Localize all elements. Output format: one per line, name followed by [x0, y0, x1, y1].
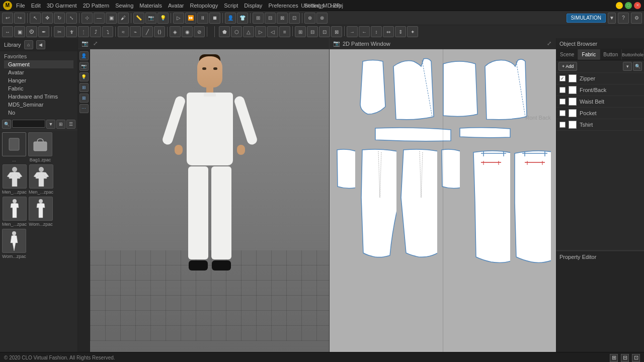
3d-canvas[interactable] [90, 49, 329, 341]
tool2-extra3[interactable]: ⊘ [194, 26, 205, 37]
thumb-wom2[interactable]: Wom...zpac [2, 229, 26, 259]
sidebar-item-hardware[interactable]: Hardware and Trims [4, 93, 73, 101]
tool2-weld[interactable]: ⟨⟩ [154, 26, 165, 37]
tool-light[interactable]: 💡 [157, 13, 169, 24]
ob-item-zipper[interactable]: Zipper [556, 73, 644, 84]
close-button[interactable]: ✕ [634, 2, 641, 9]
tool2-smooth[interactable]: ⌁ [130, 26, 141, 37]
tool2-p12[interactable]: ← [359, 26, 370, 37]
pattern-piece-trouser-front-r[interactable] [398, 147, 437, 258]
tool-garment[interactable]: 👕 [237, 13, 248, 24]
simulation-button[interactable]: SIMULATION [567, 14, 606, 23]
statusbar-btn3[interactable]: ⊡ [632, 354, 640, 362]
tool2-p6[interactable]: ≡ [279, 26, 290, 37]
sidebar-filter[interactable]: ▼ [46, 120, 55, 129]
tool2-pull[interactable]: ⤵ [102, 26, 113, 37]
tool-avatar[interactable]: 👤 [225, 13, 236, 24]
tool2-p1[interactable]: ⬟ [219, 26, 230, 37]
tool2-lasso[interactable]: ⭗ [26, 26, 37, 37]
tool2-p9[interactable]: ⊡ [319, 26, 330, 37]
tool2-p13[interactable]: ↕ [371, 26, 382, 37]
tool2-pen[interactable]: ✒ [38, 26, 49, 37]
minimize-button[interactable]: ─ [616, 2, 623, 9]
tool-help2[interactable]: ⚙ [631, 13, 642, 24]
3d-tool-points[interactable]: ⋯ [79, 104, 89, 113]
pattern-canvas[interactable]: Ront Back [330, 49, 556, 352]
tool-paint[interactable]: 🖌 [118, 13, 129, 24]
tool2-p7[interactable]: ⊞ [295, 26, 306, 37]
sidebar-search[interactable]: 🔍 [2, 120, 11, 129]
pattern-piece-2[interactable] [391, 56, 436, 122]
tool-select-face[interactable]: ▣ [106, 13, 117, 24]
menu-2dpattern[interactable]: 2D Pattern [83, 3, 110, 9]
pattern-piece-collar-left[interactable] [373, 126, 453, 143]
tool2-crease[interactable]: ╱ [142, 26, 153, 37]
tool-select-3d[interactable]: ↖ [30, 13, 41, 24]
pattern-piece-trouser-front-l[interactable] [357, 147, 396, 258]
sidebar-item-fabric[interactable]: Fabric [4, 84, 73, 93]
ob-color-frontback[interactable] [569, 86, 577, 94]
statusbar-btn1[interactable]: ⊞ [610, 354, 618, 362]
tool2-p2[interactable]: ⬡ [231, 26, 242, 37]
tool2-p10[interactable]: ⊠ [331, 26, 342, 37]
tool2-push[interactable]: ⤴ [90, 26, 101, 37]
pattern-piece-1[interactable] [358, 56, 388, 117]
tool2-p16[interactable]: ✦ [407, 26, 418, 37]
tool2-cut[interactable]: ✂ [54, 26, 65, 37]
tool-extra2[interactable]: ⊗ [316, 13, 328, 24]
tool-grid3[interactable]: ⊠ [277, 13, 288, 24]
tool2-select[interactable]: ▣ [14, 26, 25, 37]
3d-tool-avatar-pose[interactable]: 👤 [79, 51, 89, 60]
thumb-blank[interactable]: ... [2, 132, 26, 162]
menu-sewing[interactable]: Sewing [115, 3, 133, 9]
sidebar-collapse[interactable]: ◀ [36, 40, 45, 49]
ob-tab-scene[interactable]: Scene [556, 49, 578, 60]
menu-3dgarment[interactable]: 3D Garment [47, 3, 77, 9]
sidebar-home[interactable]: ⌂ [24, 40, 33, 49]
sidebar-item-garment[interactable]: Garment [4, 60, 73, 68]
tool2-p4[interactable]: ▷ [255, 26, 266, 37]
tool2-move[interactable]: ↔ [2, 26, 13, 37]
tool-rotate-3d[interactable]: ↻ [54, 13, 65, 24]
3d-expand-icon[interactable]: ⤢ [91, 40, 99, 48]
ob-filter[interactable]: ▾ [623, 62, 632, 71]
3d-tool-bg[interactable]: ⊞ [79, 83, 89, 92]
tool2-p5[interactable]: ◁ [267, 26, 278, 37]
ob-checkbox-zipper[interactable] [559, 75, 566, 81]
pattern-piece-trouser-back-l[interactable] [471, 147, 510, 263]
pattern-piece-4[interactable] [482, 56, 528, 122]
pattern-piece-3[interactable] [439, 56, 479, 119]
tool-undo[interactable]: ↩ [2, 13, 13, 24]
thumb-men1[interactable]: Men_...zpac [2, 164, 27, 195]
ob-item-waistbelt[interactable]: Waist Belt [556, 96, 644, 108]
ob-color-pocket[interactable] [569, 109, 577, 117]
tool2-p8[interactable]: ⊟ [307, 26, 318, 37]
ob-checkbox-frontback[interactable] [559, 87, 566, 93]
ob-item-frontback[interactable]: Front/Back [556, 84, 644, 96]
ob-tab-buttonhole[interactable]: Buttonhole [622, 49, 644, 60]
tool-extra1[interactable]: ⊕ [304, 13, 315, 24]
ob-tab-fabric[interactable]: Fabric [578, 49, 600, 60]
tool2-knife[interactable]: 🗡 [66, 26, 77, 37]
sidebar-item-avatar[interactable]: Avatar [4, 68, 73, 76]
ob-checkbox-waistbelt[interactable] [559, 99, 566, 105]
tool-camera[interactable]: 📷 [145, 13, 156, 24]
sidebar-item-hanger[interactable]: Hanger [4, 76, 73, 84]
tool2-p3[interactable]: △ [243, 26, 254, 37]
tool2-extra2[interactable]: ◉ [182, 26, 193, 37]
thumb-men3[interactable]: Men_...zpac [2, 197, 27, 227]
ob-search-btn[interactable]: 🔍 [633, 62, 642, 71]
tool-scale-3d[interactable]: ⤡ [66, 13, 77, 24]
3d-tool-light2[interactable]: 💡 [79, 72, 89, 81]
tool-sim-settings[interactable]: ▼ [608, 13, 616, 24]
ob-item-tshirt[interactable]: Tshirt [556, 119, 644, 131]
tool2-p14[interactable]: ⇔ [383, 26, 394, 37]
tool-select-edge[interactable]: — [94, 13, 105, 24]
thumb-bag1[interactable]: Bag1.zpac [28, 132, 52, 162]
thumb-men2[interactable]: Men_...zpac [29, 164, 53, 195]
tool-select-vertex[interactable]: ⊹ [82, 13, 93, 24]
tool2-sew[interactable]: ⋮ [78, 26, 89, 37]
tool-grid2[interactable]: ⊟ [265, 13, 276, 24]
sidebar-sort[interactable]: ⊞ [56, 120, 65, 129]
tool-measure[interactable]: 📏 [133, 13, 144, 24]
